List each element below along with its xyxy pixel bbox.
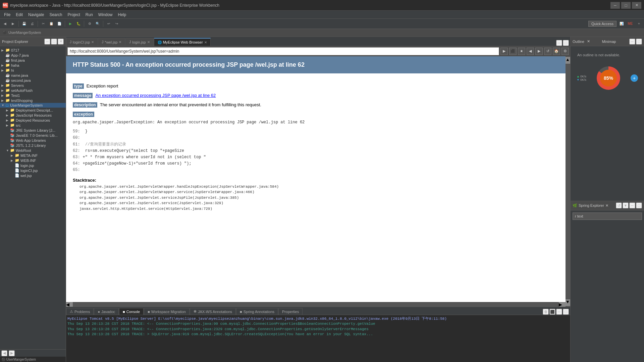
toolbar-btn-8[interactable]: ⚙ (86, 20, 93, 27)
outline-close-btn[interactable]: ✕ (587, 39, 590, 44)
toolbar-btn-6[interactable]: 📋 (48, 20, 55, 27)
tree-item-WEB-INF[interactable]: ▶ 📁 WEB-INF (0, 158, 66, 163)
toolbar-btn-11[interactable]: ↪ (113, 20, 120, 27)
tab-loginCI[interactable]: J loginCI.jsp ✕ (66, 38, 98, 46)
tree-item-Test1[interactable]: ▶ 📁 Test1 (0, 93, 66, 98)
tree-item-DeploymentDesc[interactable]: ▶ 📁 Deployment Descript... (0, 108, 66, 113)
nav-bookmark-btn[interactable]: ★ (518, 48, 525, 55)
console-panel-minimize[interactable]: ─ (556, 309, 562, 315)
tree-item-JSTL[interactable]: 📚 JSTL 1.2.2 Library (0, 143, 66, 148)
tree-expand-btn[interactable]: ▶ (9, 350, 15, 356)
spring-panel-btn1[interactable]: ↺ (616, 202, 622, 208)
toolbar-btn-4[interactable]: 🖨 (29, 20, 36, 27)
tab-panel-minimize[interactable]: ─ (556, 40, 562, 46)
toolbar-perspective-btn[interactable]: 📊 (618, 20, 625, 27)
panel-maximize-btn[interactable]: □ (51, 39, 57, 45)
bottom-tab-properties[interactable]: Properties (278, 308, 303, 315)
bottom-tab-javadoc[interactable]: ● Javadoc (94, 308, 119, 315)
nav-back-btn[interactable]: ◀ (527, 48, 534, 55)
tab-close-login[interactable]: ✕ (147, 40, 150, 44)
performance-circle[interactable]: 85% (597, 66, 620, 90)
toolbar-btn-2[interactable]: ▶ (9, 20, 17, 27)
nav-refresh-btn[interactable]: ↺ (544, 48, 551, 55)
nav-tools-btn[interactable]: ⚙ (561, 48, 569, 55)
menu-file[interactable]: File (1, 12, 13, 18)
console-clear-btn[interactable]: 🗑 (543, 309, 549, 315)
console-panel-maximize[interactable]: □ (563, 309, 569, 315)
bottom-tab-console[interactable]: ■ Console (119, 308, 144, 315)
tab-login[interactable]: J login.jsp ✕ (125, 38, 153, 46)
menu-help[interactable]: Help (115, 12, 129, 18)
tab-close-browser[interactable]: ✕ (204, 41, 207, 44)
nav-stop-btn[interactable]: ⬛ (509, 48, 517, 55)
menu-window[interactable]: Window (96, 12, 115, 18)
minimize-button[interactable]: ─ (610, 2, 620, 9)
scrollbar-up[interactable]: ▲ (566, 57, 570, 64)
toolbar-btn-run[interactable]: ▶ (67, 20, 74, 27)
tab-close-wel[interactable]: ✕ (119, 40, 121, 44)
menu-edit[interactable]: Edit (13, 12, 25, 18)
nav-go-btn[interactable]: ▶ (500, 48, 508, 55)
spring-search-input[interactable] (573, 213, 642, 220)
tree-item-UserMangerSystem[interactable]: ▼ 🗂 UserMangerSystem (0, 103, 66, 108)
tree-item-0717[interactable]: ▶ 📁 0717 (0, 48, 66, 53)
bottom-tab-spring[interactable]: ■ Spring Annotations (236, 308, 278, 315)
add-indicator-btn[interactable]: + (631, 74, 638, 82)
tree-item-hi[interactable]: ▶ 📁 hi (0, 68, 66, 73)
toolbar-btn-1[interactable]: ◀ (1, 20, 9, 27)
tree-item-WebAppLib[interactable]: 📚 Web App Libraries (0, 138, 66, 143)
close-button[interactable]: ✕ (632, 2, 641, 9)
panel-minimize-btn[interactable]: ─ (44, 39, 50, 45)
toolbar-btn-10[interactable]: ↩ (105, 20, 112, 27)
tree-item-setAutoFlush[interactable]: ▶ 📁 setAutoFlush (0, 88, 66, 93)
menu-navigate[interactable]: Navigate (25, 12, 47, 18)
tree-item-wel.jsp[interactable]: 📄 wel.jsp (0, 173, 66, 178)
tree-item-haha[interactable]: ▶ 📁 haha (0, 63, 66, 68)
tree-item-JRESystemLibrary[interactable]: 📚 JRE System Library [J... (0, 128, 66, 133)
tab-panel-maximize[interactable]: □ (563, 40, 569, 46)
tree-item-WebRoot[interactable]: ▼ 📁 WebRoot (0, 148, 66, 153)
tree-item-second.java[interactable]: ☕ second.java (0, 78, 66, 83)
tree-item-App-7.java[interactable]: ☕ App-7.java (0, 53, 66, 58)
bottom-tab-problems[interactable]: ⚠ Problems (66, 308, 94, 315)
tab-browser[interactable]: 🌐 MyEclipse Web Browser ✕ (154, 38, 211, 46)
menu-search[interactable]: Search (47, 12, 65, 18)
toolbar-extra-btn[interactable]: + (635, 20, 643, 27)
tab-close-loginCI[interactable]: ✕ (91, 40, 94, 44)
scrollbar-down[interactable]: ▼ (566, 299, 570, 306)
spring-panel-minimize[interactable]: ─ (629, 202, 635, 208)
tree-item-testShopping[interactable]: ▶ 📁 testShopping (0, 98, 66, 103)
spring-panel-maximize[interactable]: □ (636, 202, 642, 208)
tree-item-META-INF[interactable]: ▶ 📁 META-INF (0, 153, 66, 158)
address-input[interactable] (67, 47, 499, 55)
bottom-tab-jaxws[interactable]: ❋ JAX-WS Annotations (190, 308, 236, 315)
bottom-tab-workspace[interactable]: ■ Workspace Migration (144, 308, 190, 315)
tree-item-first.java[interactable]: ☕ first.java (0, 58, 66, 63)
spring-panel-btn2[interactable]: ▼ (623, 202, 629, 208)
right-panel-minimize[interactable]: ─ (629, 39, 635, 45)
toolbar-btn-debug[interactable]: 🐛 (75, 20, 82, 27)
toolbar-btn-7[interactable]: 📄 (56, 20, 63, 27)
tab-wel[interactable]: J *wel.jsp ✕ (98, 38, 125, 46)
menu-run[interactable]: Run (83, 12, 96, 18)
tree-item-name.java[interactable]: ☕ name.java (0, 73, 66, 78)
console-stop-btn[interactable]: ⬛ (549, 309, 555, 315)
tree-item-login.jsp[interactable]: 📄 login.jsp (0, 163, 66, 168)
hscrollbar-left[interactable]: ◀ (66, 302, 73, 307)
tree-item-src[interactable]: ▶ 📁 src (0, 123, 66, 128)
toolbar-btn-9[interactable]: 🔍 (94, 20, 101, 27)
toolbar-btn-5[interactable]: ✂ (40, 20, 47, 27)
tree-item-Servers[interactable]: ▶ 📁 Servers (0, 83, 66, 88)
panel-close-btn[interactable]: ✕ (58, 39, 64, 45)
maximize-button[interactable]: □ (621, 2, 631, 9)
toolbar-btn-3[interactable]: 💾 (20, 20, 28, 27)
tree-item-JavaEE[interactable]: 📚 JavaEE 7.0 Generic Lib... (0, 133, 66, 138)
menu-project[interactable]: Project (65, 12, 83, 18)
nav-home-btn[interactable]: 🏠 (553, 48, 560, 55)
quick-access-box[interactable]: Quick Access (588, 21, 616, 27)
hscrollbar-right[interactable]: ▶ (559, 302, 566, 307)
toolbar-me-btn[interactable]: ME (627, 20, 634, 27)
tree-item-loginCI.jsp[interactable]: 📄 loginCI.jsp (0, 168, 66, 173)
tree-item-JavaScriptResources[interactable]: ▶ 📁 JavaScript Resources (0, 113, 66, 118)
tree-collapse-btn[interactable]: ◀ (1, 350, 7, 356)
